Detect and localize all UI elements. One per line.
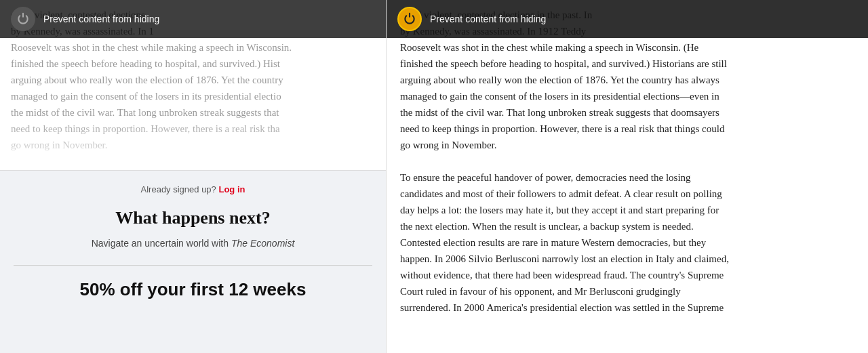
power-icon-right[interactable] [397, 7, 422, 31]
signup-headline: What happens next? [115, 208, 270, 228]
signup-offer: 50% off your first 12 weeks [80, 279, 307, 300]
right-article-paragraph-2: To ensure the peaceful handover of power… [400, 169, 854, 316]
signup-overlay: Already signed up? Log in What happens n… [0, 170, 386, 353]
left-panel: s had violent, contested electionsby Ken… [0, 0, 387, 353]
signup-subtext: Navigate an uncertain world with The Eco… [92, 238, 295, 249]
power-icon-left[interactable] [11, 7, 35, 31]
prevent-bar-right[interactable]: Prevent content from hiding [387, 0, 868, 38]
brand-name: The Economist [231, 238, 294, 249]
prevent-bar-right-label: Prevent content from hiding [430, 14, 546, 24]
signup-divider [14, 265, 372, 266]
signup-already-text: Already signed up? Log in [141, 184, 245, 194]
right-panel: s had violent, contested elections in th… [387, 0, 868, 353]
prevent-bar-left-label: Prevent content from hiding [43, 14, 159, 24]
prevent-bar-left[interactable]: Prevent content from hiding [0, 0, 386, 38]
login-link[interactable]: Log in [218, 184, 245, 194]
right-article-text: s had violent, contested elections in th… [387, 0, 868, 316]
